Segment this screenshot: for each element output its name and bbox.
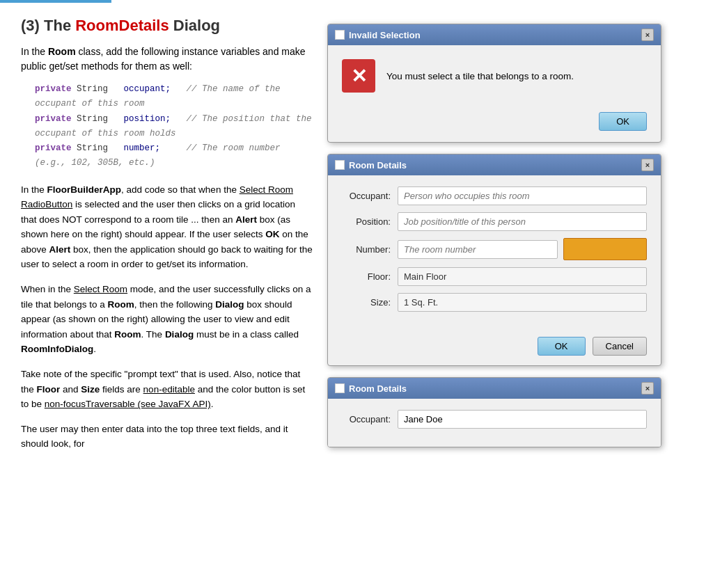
- position-label: Position:: [342, 216, 391, 227]
- number-row: Number:: [342, 238, 647, 260]
- room-filled-dialog-icon: ▣: [335, 383, 345, 393]
- occupant-input[interactable]: [398, 186, 647, 205]
- room-dialog-icon: ▣: [335, 160, 345, 170]
- code-block: private String occupant; // The name of …: [35, 82, 313, 171]
- alert-dialog-titlebar: ▣ Invalid Selection ×: [328, 24, 661, 45]
- position-row: Position:: [342, 212, 647, 231]
- intro-paragraph: In the Room class, add the following ins…: [21, 45, 313, 74]
- body-text-3: Take note of the specific "prompt text" …: [21, 367, 313, 412]
- room-dialog-title: Room Details: [349, 160, 407, 170]
- number-input[interactable]: [398, 240, 558, 259]
- page-title: (3) The RoomDetails Dialog: [21, 17, 313, 35]
- alert-dialog-close-button[interactable]: ×: [641, 29, 654, 41]
- room-dialog-cancel-button[interactable]: Cancel: [593, 337, 647, 356]
- floor-label: Floor:: [342, 271, 391, 282]
- room-details-dialog-empty: ▣ Room Details × Occupant: Position:: [327, 154, 661, 366]
- occupant-row: Occupant:: [342, 186, 647, 205]
- floor-row: Floor:: [342, 267, 647, 286]
- size-row: Size:: [342, 293, 647, 312]
- occupant-filled-input[interactable]: [398, 410, 647, 429]
- occupant-filled-row: Occupant:: [342, 410, 647, 429]
- alert-dialog-footer: OK: [328, 106, 661, 142]
- occupant-label: Occupant:: [342, 191, 391, 201]
- room-details-filled-titlebar: ▣ Room Details ×: [328, 378, 661, 399]
- alert-dialog: ▣ Invalid Selection × ✕ You must select …: [327, 24, 661, 143]
- occupant-filled-label: Occupant:: [342, 414, 391, 424]
- body-text-4: The user may then enter data into the to…: [21, 422, 313, 452]
- room-filled-dialog-title: Room Details: [349, 383, 407, 394]
- alert-dialog-icon: ▣: [335, 30, 345, 40]
- alert-dialog-body: ✕ You must select a tile that belongs to…: [328, 45, 661, 106]
- number-input-group: [398, 238, 647, 260]
- number-label: Number:: [342, 244, 391, 255]
- room-dialog-body: Occupant: Position: Number:: [328, 175, 661, 330]
- room-filled-dialog-close-button[interactable]: ×: [641, 382, 654, 395]
- room-dialog-footer: OK Cancel: [328, 330, 661, 365]
- floor-input: [398, 267, 647, 286]
- room-dialog-ok-button[interactable]: OK: [538, 337, 586, 356]
- body-text-2: When in the Select Room mode, and the us…: [21, 282, 313, 357]
- alert-message-text: You must select a tile that belongs to a…: [386, 71, 647, 81]
- position-input[interactable]: [398, 212, 647, 231]
- room-dialog-close-button[interactable]: ×: [641, 159, 654, 171]
- room-details-dialog-filled: ▣ Room Details × Occupant:: [327, 377, 661, 447]
- size-label: Size:: [342, 297, 391, 308]
- alert-ok-button[interactable]: OK: [599, 112, 647, 131]
- alert-dialog-title: Invalid Selection: [349, 30, 421, 40]
- alert-error-icon: ✕: [342, 59, 375, 93]
- color-picker-button: [563, 238, 647, 260]
- room-filled-dialog-body: Occupant:: [328, 399, 661, 447]
- room-details-titlebar: ▣ Room Details ×: [328, 154, 661, 175]
- size-input: [398, 293, 647, 312]
- body-text-1: In the FloorBuilderApp, add code so that…: [21, 182, 313, 273]
